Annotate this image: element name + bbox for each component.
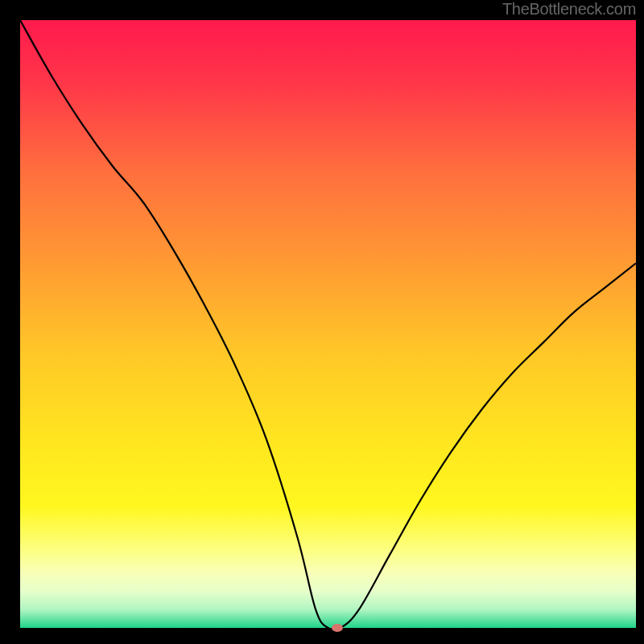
bottleneck-chart xyxy=(0,0,644,644)
chart-container: TheBottleneck.com xyxy=(0,0,644,644)
watermark-text: TheBottleneck.com xyxy=(502,0,636,19)
optimal-marker xyxy=(332,624,343,632)
chart-background xyxy=(20,20,636,628)
